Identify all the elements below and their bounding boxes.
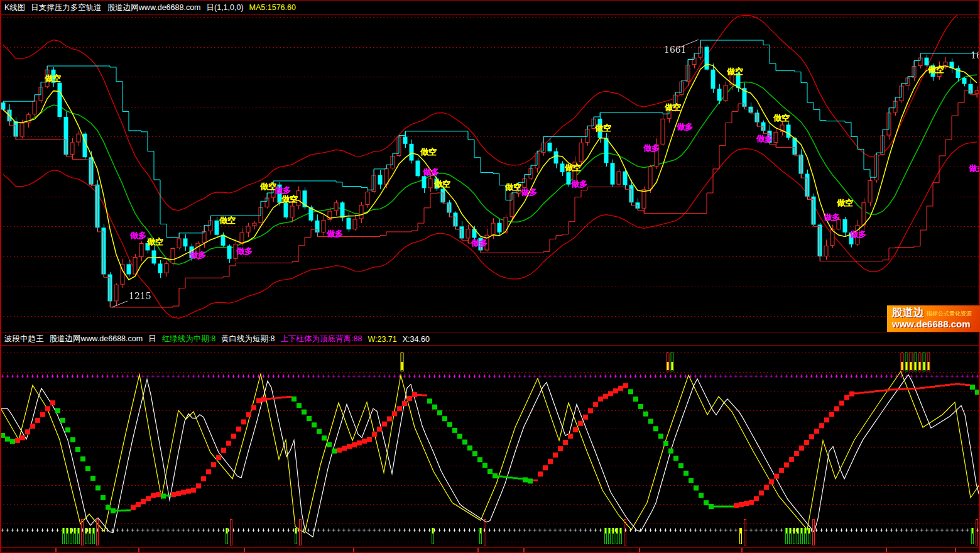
oscillator-chart-canvas[interactable] xyxy=(0,346,980,553)
panel-title-kline: K线图 xyxy=(4,3,25,13)
watermark-tagline: 指标公式量化资源 xyxy=(927,311,972,318)
legend-short-term: 黄白线为短期:8 xyxy=(221,334,275,344)
window-left-border xyxy=(0,0,1,553)
watermark-url: www.de6688.com xyxy=(892,319,980,329)
value-x: X:34.60 xyxy=(403,335,430,344)
period-params: 日(1,1,0,0) xyxy=(207,3,244,13)
oscillator-panel-header[interactable]: 波段中趋王 股道边网www.de6688.com 日 红绿线为中期:8 黄白线为… xyxy=(0,333,980,345)
site-watermark-text: 股道边网www.de6688.com xyxy=(107,3,201,13)
kline-panel-header[interactable]: K线图 日支撑压力多空轨道 股道边网www.de6688.com 日(1,1,0… xyxy=(0,1,980,14)
period-label: 日 xyxy=(148,334,156,344)
indicator-name-band: 波段中趋王 xyxy=(4,334,44,344)
trading-app-window: K线图 日支撑压力多空轨道 股道边网www.de6688.com 日(1,1,0… xyxy=(0,0,980,553)
header-divider xyxy=(0,14,980,15)
de6688-watermark: 股道边 指标公式量化资源 www.de6688.com xyxy=(887,305,980,332)
panel-divider xyxy=(0,332,980,332)
legend-mid-term: 红绿线为中期:8 xyxy=(162,334,215,344)
watermark-brand: 股道边 xyxy=(892,307,924,318)
kline-chart-canvas[interactable] xyxy=(0,15,980,332)
value-w: W:23.71 xyxy=(368,335,396,344)
indicator-name-track: 日支撑压力多空轨道 xyxy=(31,3,102,13)
site-watermark-text-2: 股道边网www.de6688.com xyxy=(50,334,143,344)
window-top-border xyxy=(0,0,980,1)
ma5-value: MA5:1576.60 xyxy=(249,3,296,12)
legend-divergence: 上下柱体为顶底背离:88 xyxy=(281,334,362,344)
header2-divider xyxy=(0,345,980,346)
